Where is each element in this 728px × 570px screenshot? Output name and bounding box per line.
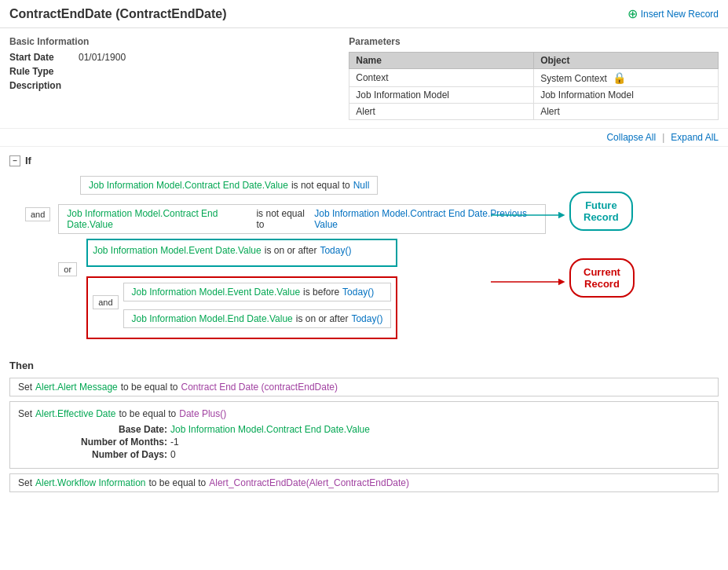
table-row: Job Information Model Job Information Mo… [349,87,719,104]
param-object: Alert [534,104,719,120]
cond1-field: Job Information Model.Contract End Date.… [89,180,288,191]
future-arrow [491,207,569,231]
toolbar: Collapse All | Expand AlL [0,129,728,147]
annotations-area: FutureRecord CurrentRecord [554,176,719,349]
cond4-value: Today() [342,287,374,298]
parameters-table: Name Object Context System Context 🔒 Job… [349,52,719,120]
action2-func: Date Plus() [179,408,226,419]
basic-info-panel: Basic Information Start Date 01/01/1900 … [9,36,317,120]
base-date-label: Base Date: [65,424,167,435]
action1-be-equal: to be equal to [121,382,178,393]
if-label: If [25,155,31,166]
days-value: 0 [170,449,176,460]
col-name-header: Name [349,53,534,69]
and-badge-1-wrapper: and [25,207,50,221]
cond5-value: Today() [351,313,382,324]
cond2-field: Job Information Model.Contract End Date.… [67,208,253,230]
action2-field: Alert.Effective Date [35,408,116,419]
days-label: Number of Days: [65,449,167,460]
condition-3: Job Information Model.Event Date.Value i… [93,245,351,256]
if-section: – If Job Information Model.Contract End … [9,155,719,349]
action3-value: Alert_ContractEndDate(Alert_ContractEndD… [209,477,409,488]
lock-icon: 🔒 [613,71,626,84]
action2-params: Base Date: Job Information Model.Contrac… [65,424,710,460]
months-label: Number of Months: [65,437,167,448]
collapse-icon[interactable]: – [9,155,20,166]
description-label: Description [9,80,72,91]
action3-field: Alert.Workflow Information [35,477,146,488]
cond3-field: Job Information Model.Event Date.Value [93,245,262,256]
current-record-bubble: CurrentRecord [569,258,635,298]
current-arrow [491,274,569,298]
cond2-op: is not equal to [256,208,311,230]
then-section: Then Set Alert.Alert Message to be equal… [9,360,719,492]
action-3: Set Alert.Workflow Information to be equ… [9,473,719,492]
or-section: or Job Information Model.Event Date.Valu… [58,239,546,339]
param-name: Job Information Model [349,87,534,104]
page-header: ContractEndDate (ContractEndDate) ⊕ Inse… [0,0,728,28]
cond3-value: Today() [320,245,351,256]
rule-type-label: Rule Type [9,66,72,77]
condition-1: Job Information Model.Contract End Date.… [80,176,378,195]
cond3-op: is on or after [265,245,317,256]
conditions-and-annotations: Job Information Model.Contract End Date.… [9,176,719,349]
and-badge-2: and [93,295,118,309]
cond1-op: is not equal to [291,180,350,191]
future-record-bubble: FutureRecord [569,192,633,231]
start-date-value: 01/01/1900 [79,52,126,63]
param-object: System Context 🔒 [534,69,719,87]
action1-field: Alert.Alert Message [35,382,118,393]
plus-icon: ⊕ [627,6,638,21]
and-badge-1: and [25,207,50,221]
toolbar-separator: | [662,132,664,143]
months-value: -1 [170,437,179,448]
rule-area: – If Job Information Model.Contract End … [0,147,728,505]
action-1: Set Alert.Alert Message to be equal to C… [9,378,719,396]
rule-type-row: Rule Type [9,66,317,77]
future-record-box: Job Information Model.Event Date.Value i… [86,239,397,267]
current-record-box: and Job Information Model.Event Date.Val… [86,276,397,339]
cond4-op: is before [303,287,339,298]
param-name: Context [349,69,534,87]
condition-5: Job Information Model.End Date.Value is … [123,309,392,328]
days-row: Number of Days: 0 [65,449,710,460]
condition-4: Job Information Model.Event Date.Value i… [123,283,392,301]
action1-value: Contract End Date (contractEndDate) [181,382,337,393]
action2-header: Set Alert.Effective Date to be equal to … [18,408,710,419]
basic-info-heading: Basic Information [9,36,317,47]
action2-be-equal: to be equal to [119,408,177,419]
action1-set: Set [18,382,32,393]
base-date-row: Base Date: Job Information Model.Contrac… [65,424,710,435]
months-row: Number of Months: -1 [65,437,710,448]
or-badge-wrapper: or [58,262,77,276]
conditions-area: Job Information Model.Contract End Date.… [9,176,546,344]
or-badge: or [58,262,77,276]
cond5-op: is on or after [296,313,349,324]
col-object-header: Object [534,53,719,69]
and-row-1: and Job Information Model.Contract End D… [9,204,546,339]
action2-set: Set [18,408,32,419]
cond2-3-or-wrapper: Job Information Model.Contract End Date.… [58,204,546,339]
collapse-all-button[interactable]: Collapse All [606,132,656,143]
current-record-label: CurrentRecord [583,266,620,290]
parameters-panel: Parameters Name Object Context System Co… [349,36,719,120]
cond5-field: Job Information Model.End Date.Value [132,313,293,324]
param-object: Job Information Model [534,87,719,104]
condition-2: Job Information Model.Contract End Date.… [58,204,546,234]
table-row: Context System Context 🔒 [349,69,719,87]
start-date-row: Start Date 01/01/1900 [9,52,317,63]
condition-1-wrapper: Job Information Model.Contract End Date.… [80,176,546,199]
or-branches: Job Information Model.Event Date.Value i… [86,239,397,339]
page-title: ContractEndDate (ContractEndDate) [9,7,226,21]
current-conditions: Job Information Model.Event Date.Value i… [123,283,392,333]
action-2: Set Alert.Effective Date to be equal to … [9,401,719,469]
parameters-heading: Parameters [349,36,719,47]
insert-new-record-button[interactable]: ⊕ Insert New Record [627,6,719,21]
then-header: Then [9,360,719,371]
base-date-value: Job Information Model.Contract End Date.… [170,424,370,435]
start-date-label: Start Date [9,52,72,63]
description-row: Description [9,80,317,91]
and-badge-2-wrapper: and [93,295,118,309]
expand-all-button[interactable]: Expand AlL [671,132,719,143]
current-and-row: and Job Information Model.Event Date.Val… [93,283,391,333]
